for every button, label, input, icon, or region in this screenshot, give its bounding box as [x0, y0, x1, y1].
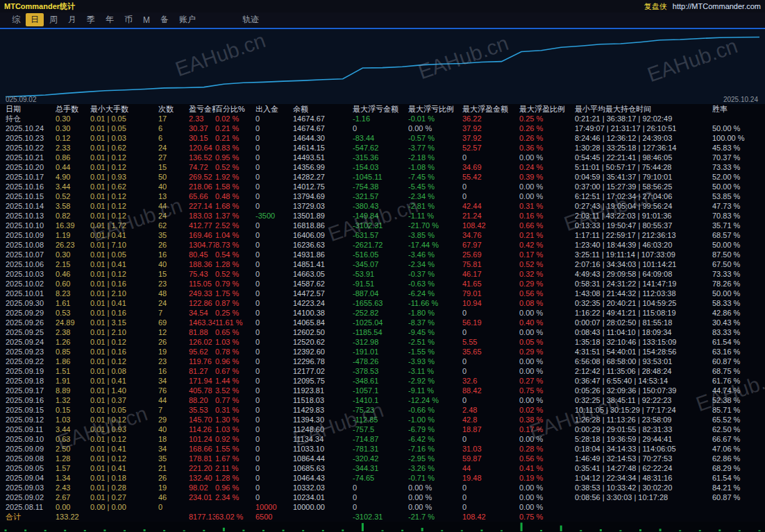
brand-url-link[interactable]: http://MTCommander.com — [673, 2, 761, 10]
table-row[interactable]: 2025.10.200.440.01 | 0.121574.720.52 %01… — [0, 162, 765, 172]
table-row[interactable]: 2025.08.110.000.00 | 0.0001000010000.000… — [0, 502, 765, 512]
table-row[interactable]: 2025.09.191.510.01 | 0.081681.270.67 %01… — [0, 366, 765, 376]
cell: 1.68 % — [215, 201, 255, 211]
cell: 218.06 — [189, 182, 215, 191]
cell — [293, 512, 353, 522]
table-row[interactable]: 2025.10.174.900.01 | 0.9350269.521.92 %0… — [0, 172, 765, 182]
table-row[interactable]: 2025.09.178.890.01 | 1.4076405.783.52 %0… — [0, 386, 765, 395]
table-row[interactable]: 2025.09.113.440.01 | 0.9340114.261.03 %0… — [0, 424, 765, 434]
table-row[interactable]: 2025.09.301.610.01 | 0.4124122.860.87 %0… — [0, 298, 765, 308]
menu-item-account[interactable]: 账户 — [174, 13, 201, 26]
table-row[interactable]: 2025.10.030.460.01 | 0.121575.430.52 %01… — [0, 269, 765, 279]
cell: 3.44 — [56, 182, 90, 191]
table-row[interactable]: 2025.10.091.190.01 | 0.4135169.461.04 %0… — [0, 230, 765, 240]
table-row[interactable]: 2025.09.150.150.01 | 0.05735.530.31 %011… — [0, 405, 765, 415]
cell: 60.87 % — [712, 492, 765, 502]
table-row[interactable]: 2025.09.100.630.01 | 0.1218101.240.92 %0… — [0, 434, 765, 444]
cell: 2025.10.06 — [0, 259, 56, 269]
menu-item-trajectory[interactable]: 轨迹 — [237, 13, 264, 26]
column-header: 百分比% — [215, 104, 255, 114]
table-row[interactable]: 2025.10.150.520.01 | 0.121365.660.48 %01… — [0, 191, 765, 201]
cell: 221.20 — [189, 463, 215, 473]
cell: -3.85 % — [408, 230, 462, 240]
cell: -516.05 — [353, 250, 408, 259]
table-row[interactable]: 2025.10.230.120.01 | 0.03630.150.21 %014… — [0, 133, 765, 143]
menu-item-backup[interactable]: 备 — [155, 13, 174, 26]
menu-item-day[interactable]: 日 — [26, 13, 44, 26]
cell: 1.92 % — [215, 172, 255, 182]
table-row[interactable]: 2025.09.290.530.01 | 0.16734.540.25 %014… — [0, 308, 765, 318]
cell: -8.37 % — [408, 318, 462, 327]
cell: 2.52 % — [215, 221, 255, 230]
cell: 40 — [158, 182, 189, 191]
cell: 2025.09.24 — [0, 337, 56, 347]
table-row[interactable]: 2025.09.092.500.01 | 0.4134168.661.55 %0… — [0, 444, 765, 454]
table-row[interactable]: 2025.09.181.910.01 | 0.4134171.941.44 %0… — [0, 376, 765, 386]
table-row[interactable]: 2025.09.051.570.01 | 0.4121221.202.11 %0… — [0, 463, 765, 473]
table-row[interactable]: 2025.09.241.260.01 | 0.1226126.021.03 %0… — [0, 337, 765, 347]
menu-item-month[interactable]: 月 — [63, 13, 81, 26]
table-row[interactable]: 2025.09.252.380.01 | 2.101281.880.65 %01… — [0, 327, 765, 337]
table-row[interactable]: 2025.09.161.320.01 | 0.374488.200.77 %01… — [0, 395, 765, 405]
table-row[interactable]: 2025.10.143.580.01 | 0.1244227.141.68 %0… — [0, 201, 765, 211]
cell: 2025.09.02 — [0, 492, 56, 502]
cell: 61.54 % — [712, 337, 765, 347]
table-row[interactable]: 2025.09.121.030.01 | 0.1229145.701.30 %0… — [0, 415, 765, 424]
table-row[interactable]: 2025.10.240.300.01 | 0.05630.370.21 %014… — [0, 123, 765, 133]
table-row[interactable]: 2025.10.210.860.01 | 0.1227136.520.95 %0… — [0, 153, 765, 162]
menu-item-year[interactable]: 年 — [101, 13, 119, 26]
volume-strip — [0, 522, 765, 531]
table-row[interactable]: 2025.10.020.600.01 | 0.1623115.050.79 %0… — [0, 279, 765, 289]
table-row[interactable]: 2025.10.130.820.01 | 0.1224183.031.37 %-… — [0, 211, 765, 221]
cell: 14674.67 — [293, 114, 353, 123]
cell: -478.26 — [353, 357, 408, 366]
cell: 100.00 % — [712, 133, 765, 143]
table-row[interactable]: 持仓0.300.01 | 0.05172.330.02 %014674.67-1… — [0, 114, 765, 123]
menu-item-m[interactable]: M — [138, 15, 155, 26]
table-row[interactable]: 2025.09.221.860.01 | 0.1223119.760.96 %0… — [0, 357, 765, 366]
cell: 0.01 | 0.05 — [90, 114, 158, 123]
cell: 0.02 % — [215, 114, 255, 123]
cell: 23 — [158, 279, 189, 289]
cell: 0.52 — [56, 191, 90, 201]
table-row[interactable]: 2025.10.222.330.01 | 0.6224120.640.83 %0… — [0, 143, 765, 153]
cell: 19 — [158, 483, 189, 492]
cell: 35 — [158, 454, 189, 463]
table-row[interactable]: 2025.09.041.340.01 | 0.1826132.401.28 %0… — [0, 473, 765, 483]
cell: 0.26 % — [519, 123, 575, 133]
table-row[interactable]: 2025.09.022.670.01 | 0.2746234.012.34 %0… — [0, 492, 765, 502]
table-row[interactable]: 2025.09.081.280.01 | 0.1235178.811.67 %0… — [0, 454, 765, 463]
table-row[interactable]: 2025.10.070.300.01 | 0.051680.450.54 %01… — [0, 250, 765, 259]
cell: 0.66 % — [519, 221, 575, 230]
table-row[interactable]: 2025.09.230.850.01 | 0.161995.620.78 %01… — [0, 347, 765, 357]
table-row[interactable]: 2025.10.1016.390.01 | 1.7262412.772.52 %… — [0, 221, 765, 230]
cell: 35.65 — [462, 347, 519, 357]
cell: 持仓 — [0, 114, 56, 123]
table-row[interactable]: 2025.10.062.150.01 | 0.4140188.361.28 %0… — [0, 259, 765, 269]
cell: -0.57 % — [408, 133, 462, 143]
cell: 14223.24 — [293, 298, 353, 308]
cell: 63.02 % — [215, 512, 255, 522]
table-row[interactable]: 2025.10.0826.230.01 | 7.10261304.778.73 … — [0, 240, 765, 250]
table-row[interactable]: 2025.10.163.440.01 | 0.6240218.061.58 %0… — [0, 182, 765, 191]
title-bar: MTCommander统计 复盘侠 http://MTCommander.com — [0, 0, 765, 12]
cell: 0.40 % — [519, 318, 575, 327]
table-row[interactable]: 2025.09.032.430.01 | 0.281998.020.96 %01… — [0, 483, 765, 492]
totals-row[interactable]: 合计133.228177.1363.02 %6500-3102.31-21.7 … — [0, 512, 765, 522]
cell: 108.42 — [462, 512, 519, 522]
cell: 10685.63 — [293, 463, 353, 473]
table-row[interactable]: 2025.10.018.230.01 | 2.1048249.331.75 %0… — [0, 289, 765, 298]
cell: 26.23 — [56, 240, 90, 250]
cell: 0.92 % — [215, 434, 255, 444]
table-row[interactable]: 2025.09.2624.890.01 | 3.15691463.3411.61… — [0, 318, 765, 327]
cell: 0.25 % — [519, 114, 575, 123]
cell: 11518.03 — [293, 395, 353, 405]
menu-item-comprehensive[interactable]: 综 — [7, 13, 25, 26]
menu-item-quarter[interactable]: 季 — [82, 13, 100, 26]
cell: 27 — [158, 153, 189, 162]
cell: 65.66 — [189, 191, 215, 201]
menu-item-week[interactable]: 周 — [44, 13, 62, 26]
cell: 0.00 % — [408, 502, 462, 512]
cell: 0 — [255, 114, 293, 123]
menu-item-currency[interactable]: 币 — [119, 13, 137, 26]
